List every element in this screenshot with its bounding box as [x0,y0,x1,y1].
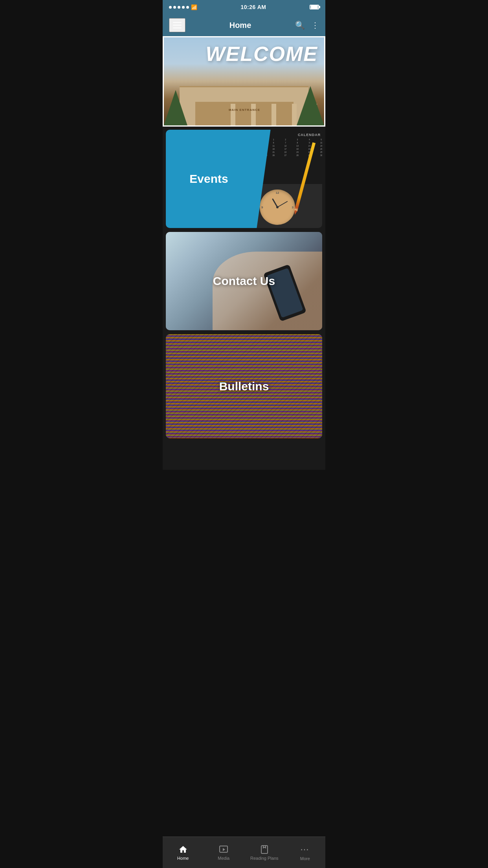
hamburger-icon [173,25,182,26]
clock-center [276,206,279,208]
clock-num-9: 9 [261,206,263,209]
status-left: 📶 [169,4,197,10]
welcome-banner: MAIN ENTRANCE WELCOME [163,36,325,127]
menu-button[interactable] [169,18,185,32]
clock-icon: 12 3 9 [260,189,295,225]
status-bar: 📶 10:26 AM [163,0,325,14]
header: Home 🔍 ⋮ [163,14,325,36]
clock-face: 12 3 9 [260,189,295,225]
more-options-icon[interactable]: ⋮ [311,20,319,30]
header-actions: 🔍 ⋮ [295,20,319,30]
wifi-icon: 📶 [191,4,197,10]
events-card[interactable]: Events CALENDAR 20 JANUARY 12 345 FEBRUA… [166,130,322,228]
status-right [310,5,319,9]
hamburger-icon [173,28,182,28]
clock-num-12: 12 [275,191,279,195]
bulletins-card[interactable]: Bulletins [166,334,322,438]
bulletins-label: Bulletins [219,380,269,393]
clock-hand-minute [277,201,288,208]
building-entrance: MAIN ENTRANCE [195,102,294,125]
search-icon[interactable]: 🔍 [295,20,305,30]
welcome-text: WELCOME [205,42,318,66]
hamburger-icon [173,22,182,23]
main-content: Events CALENDAR 20 JANUARY 12 345 FEBRUA… [163,127,325,470]
entrance-label: MAIN ENTRANCE [229,108,260,112]
events-card-left: Events [166,130,252,228]
battery-icon [310,5,319,9]
hand-shape [213,252,322,330]
signal-dots [169,6,189,9]
clock-num-3: 3 [292,206,293,209]
events-label: Events [189,172,228,186]
contact-label: Contact Us [213,274,275,288]
page-title: Home [229,21,251,30]
status-time: 10:26 AM [241,4,266,10]
contact-card[interactable]: Contact Us [166,232,322,330]
